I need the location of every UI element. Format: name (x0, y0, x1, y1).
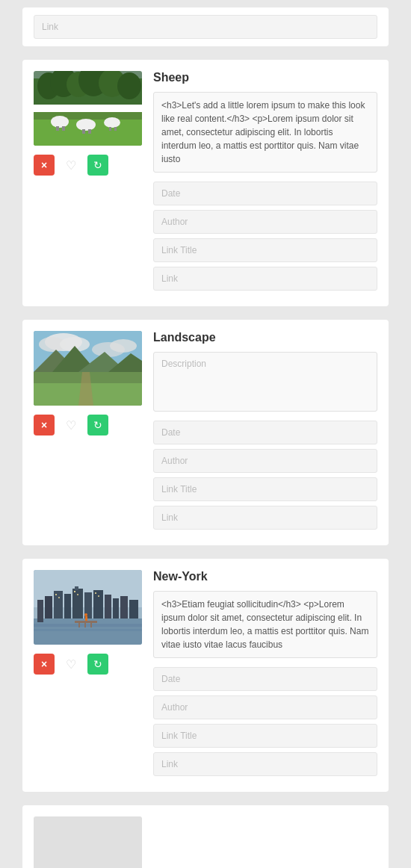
sheep-link-title-field[interactable]: Link Title (153, 238, 377, 262)
newyork-image (34, 570, 142, 645)
landscape-card-actions: × ♡ ↻ (34, 415, 108, 435)
newyork-description: <h3>Etiam feugiat sollicitudin</h3> <p>L… (153, 591, 377, 658)
card-sheep: × ♡ ↻ Sheep <h3>Let's add a little lorem… (22, 60, 389, 306)
newyork-title: New-York (153, 570, 377, 583)
card-landscape-right: Landscape Description Date Author Link T… (153, 320, 389, 545)
sheep-date-field[interactable]: Date (153, 182, 377, 205)
svg-rect-52 (129, 600, 138, 619)
card-newyork-left: × ♡ ↻ (22, 559, 153, 792)
svg-rect-43 (54, 591, 63, 619)
svg-rect-46 (75, 586, 78, 590)
svg-point-60 (84, 613, 87, 616)
svg-rect-51 (120, 596, 128, 619)
svg-rect-42 (45, 596, 52, 619)
svg-rect-20 (114, 127, 117, 131)
landscape-title: Landscape (153, 331, 377, 344)
svg-point-10 (51, 116, 69, 128)
card-landscape: × ♡ ↻ Landscape Description Date Author … (22, 320, 389, 545)
newyork-favorite-button[interactable]: ♡ (61, 654, 81, 675)
landscape-link-field[interactable]: Link (153, 506, 377, 530)
svg-point-28 (110, 339, 137, 353)
svg-rect-12 (62, 126, 65, 131)
card-newyork: × ♡ ↻ New-York <h3>Etiam feugiat sollici… (22, 559, 389, 792)
svg-point-18 (104, 117, 120, 128)
svg-rect-50 (113, 598, 119, 619)
landscape-favorite-button[interactable]: ♡ (61, 415, 81, 435)
newyork-link-field[interactable]: Link (153, 752, 377, 776)
landscape-description-placeholder[interactable]: Description (153, 352, 377, 412)
sheep-card-actions: × ♡ ↻ (34, 155, 108, 176)
link-field-partial[interactable]: Link (34, 15, 377, 39)
card-sheep-left: × ♡ ↻ (22, 60, 153, 306)
bottom-partial-left (22, 805, 153, 868)
svg-rect-53 (55, 594, 57, 595)
sheep-link-field[interactable]: Link (153, 267, 377, 291)
newyork-author-field[interactable]: Author (153, 695, 377, 719)
svg-rect-48 (93, 590, 103, 619)
bottom-image-placeholder (34, 816, 142, 868)
newyork-link-title-field[interactable]: Link Title (153, 724, 377, 748)
svg-rect-15 (82, 129, 85, 134)
svg-rect-41 (37, 600, 43, 622)
svg-point-7 (117, 72, 141, 99)
sheep-description: <h3>Let's add a little lorem ipsum to ma… (153, 92, 377, 173)
landscape-delete-button[interactable]: × (34, 415, 55, 435)
sheep-author-field[interactable]: Author (153, 210, 377, 234)
landscape-date-field[interactable]: Date (153, 421, 377, 444)
svg-rect-11 (56, 126, 59, 131)
sheep-image (34, 71, 142, 146)
svg-rect-61 (75, 621, 97, 623)
card-newyork-right: New-York <h3>Etiam feugiat sollicitudin<… (153, 559, 389, 792)
svg-rect-44 (64, 594, 71, 619)
card-sheep-right: Sheep <h3>Let's add a little lorem ipsum… (153, 60, 389, 306)
landscape-image (34, 331, 142, 406)
svg-rect-16 (88, 129, 91, 134)
sheep-delete-button[interactable]: × (34, 155, 55, 176)
svg-rect-54 (58, 597, 60, 598)
sheep-refresh-button[interactable]: ↻ (87, 155, 108, 176)
newyork-refresh-button[interactable]: ↻ (87, 654, 108, 675)
svg-rect-39 (34, 624, 142, 627)
top-partial-card: Link (22, 7, 389, 46)
newyork-delete-button[interactable]: × (34, 654, 55, 675)
svg-rect-49 (105, 595, 111, 619)
svg-rect-63 (84, 623, 86, 627)
bottom-partial-card (22, 805, 389, 868)
svg-rect-57 (95, 592, 96, 594)
sheep-favorite-button[interactable]: ♡ (61, 155, 81, 176)
landscape-link-title-field[interactable]: Link Title (153, 477, 377, 501)
svg-rect-62 (78, 623, 80, 627)
svg-point-14 (76, 119, 96, 131)
newyork-card-actions: × ♡ ↻ (34, 654, 108, 675)
newyork-date-field[interactable]: Date (153, 667, 377, 691)
sheep-title: Sheep (153, 71, 377, 84)
svg-rect-19 (109, 127, 111, 131)
svg-rect-56 (77, 594, 78, 595)
page-wrapper: Link (0, 0, 411, 868)
svg-rect-55 (74, 591, 75, 592)
landscape-refresh-button[interactable]: ↻ (87, 415, 108, 435)
svg-rect-40 (34, 629, 142, 631)
svg-rect-45 (72, 589, 83, 619)
svg-rect-64 (90, 623, 92, 627)
landscape-author-field[interactable]: Author (153, 449, 377, 473)
svg-rect-58 (98, 595, 99, 597)
card-landscape-left: × ♡ ↻ (22, 320, 153, 545)
